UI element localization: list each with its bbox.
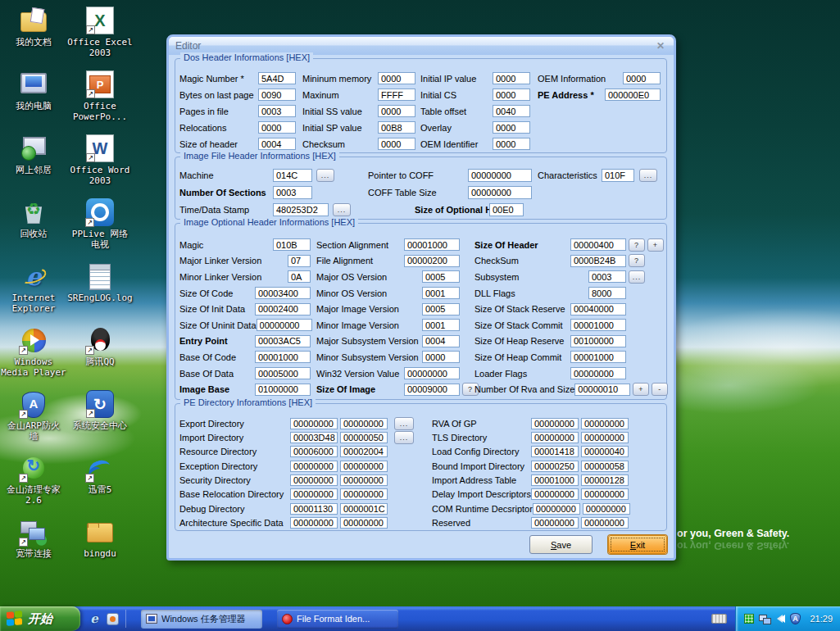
- hex-input[interactable]: [531, 418, 579, 429]
- hex-input[interactable]: [531, 432, 579, 443]
- field-action-button[interactable]: -: [652, 383, 668, 396]
- hex-input[interactable]: [290, 474, 338, 486]
- desktop-icon-cleaner[interactable]: ↗金山清理专家 2.6: [0, 451, 67, 515]
- hex-input[interactable]: [255, 287, 311, 299]
- hex-input[interactable]: [257, 319, 312, 331]
- desktop-icon-media-player[interactable]: ↗Windows Media Player: [0, 323, 67, 387]
- hex-input[interactable]: [378, 138, 415, 150]
- taskbar-task-file-format[interactable]: File Format Iden...: [277, 610, 398, 629]
- exit-button[interactable]: Exit: [608, 535, 667, 554]
- hex-input[interactable]: [570, 319, 626, 331]
- directory-more-button[interactable]: ...: [394, 431, 414, 444]
- save-button[interactable]: Save: [529, 535, 593, 554]
- hex-input[interactable]: [258, 138, 296, 150]
- hex-input[interactable]: [290, 517, 338, 529]
- hex-input[interactable]: [255, 351, 311, 363]
- tray-network-icon[interactable]: [759, 615, 770, 624]
- desktop-icon-broadband[interactable]: ↗宽带连接: [0, 515, 67, 579]
- hex-input[interactable]: [273, 203, 329, 216]
- hex-input[interactable]: [581, 432, 629, 443]
- hex-input[interactable]: [340, 488, 388, 500]
- hex-input[interactable]: [258, 121, 296, 134]
- field-action-button[interactable]: +: [633, 383, 649, 396]
- desktop-icon-word[interactable]: ↗Office Word 2003: [67, 131, 133, 195]
- hex-input[interactable]: [288, 255, 311, 267]
- hex-input[interactable]: [340, 418, 388, 429]
- hex-input[interactable]: [570, 335, 626, 347]
- input-method-keyboard-icon[interactable]: [711, 614, 727, 624]
- hex-input[interactable]: [340, 432, 388, 443]
- hex-input[interactable]: [378, 89, 415, 101]
- hex-input[interactable]: [404, 255, 460, 267]
- desktop-icon-my-documents[interactable]: 我的文档: [0, 3, 67, 67]
- hex-input[interactable]: [273, 238, 311, 251]
- hex-input[interactable]: [531, 446, 579, 457]
- hex-input[interactable]: [422, 335, 460, 347]
- hex-input[interactable]: [290, 503, 338, 515]
- hex-input[interactable]: [583, 503, 630, 515]
- desktop-icon-qq[interactable]: ↗腾讯QQ: [67, 323, 133, 387]
- desktop-icon-folder[interactable]: bingdu: [67, 515, 133, 579]
- hex-input[interactable]: [570, 351, 626, 363]
- hex-input[interactable]: [531, 488, 579, 500]
- hex-input[interactable]: [290, 461, 338, 472]
- hex-input[interactable]: [340, 461, 388, 472]
- hex-input[interactable]: [273, 186, 312, 199]
- tray-security-shield-icon[interactable]: A: [790, 613, 801, 624]
- hex-input[interactable]: [422, 319, 460, 331]
- field-action-button[interactable]: ?: [629, 254, 645, 267]
- hex-input[interactable]: [422, 351, 460, 363]
- hex-input[interactable]: [531, 517, 579, 529]
- desktop-icon-excel[interactable]: ↗Office Excel 2003: [67, 3, 133, 67]
- hex-input[interactable]: [574, 384, 630, 396]
- taskbar-clock[interactable]: 21:29: [810, 614, 840, 624]
- tray-volume-icon[interactable]: [775, 615, 785, 623]
- hex-input[interactable]: [588, 270, 626, 283]
- desktop-icon-network-places[interactable]: 网上邻居: [0, 131, 67, 195]
- hex-input[interactable]: [493, 105, 530, 117]
- taskbar-task-task-manager[interactable]: Windows 任务管理器: [141, 610, 262, 629]
- hex-input[interactable]: [422, 287, 460, 299]
- characteristics-more-button[interactable]: ...: [639, 169, 657, 182]
- timestamp-more-button[interactable]: ...: [333, 203, 351, 216]
- hex-input[interactable]: [493, 72, 530, 84]
- hex-input[interactable]: [404, 238, 460, 251]
- directory-more-button[interactable]: ...: [394, 417, 414, 430]
- tray-green-grid-icon[interactable]: [744, 614, 754, 624]
- hex-input[interactable]: [602, 169, 634, 182]
- hex-input[interactable]: [290, 446, 338, 457]
- hex-input[interactable]: [255, 384, 311, 396]
- hex-input[interactable]: [581, 488, 629, 500]
- hex-input[interactable]: [288, 270, 311, 283]
- hex-input[interactable]: [489, 203, 524, 216]
- desktop-icon-internet-explorer[interactable]: Internet Explorer: [0, 259, 67, 323]
- hex-input[interactable]: [340, 517, 388, 529]
- hex-input[interactable]: [378, 121, 415, 134]
- hex-input[interactable]: [581, 418, 629, 429]
- hex-input[interactable]: [581, 517, 629, 529]
- quick-launch-ie-icon[interactable]: [87, 611, 102, 626]
- hex-input[interactable]: [258, 105, 296, 117]
- hex-input[interactable]: [570, 238, 626, 251]
- hex-input[interactable]: [255, 367, 311, 379]
- hex-input[interactable]: [340, 474, 388, 486]
- hex-input[interactable]: [422, 270, 460, 283]
- hex-input[interactable]: [290, 418, 338, 429]
- desktop-icon-log-file[interactable]: SREngLOG.log: [67, 259, 133, 323]
- hex-input[interactable]: [581, 446, 629, 457]
- hex-input[interactable]: [570, 367, 626, 379]
- desktop-icon-my-computer[interactable]: 我的电脑: [0, 67, 67, 131]
- field-action-button[interactable]: ...: [629, 270, 645, 284]
- hex-input[interactable]: [581, 461, 629, 472]
- hex-input[interactable]: [493, 89, 530, 101]
- desktop-icon-arp-firewall[interactable]: ↗金山ARP防火 墙: [0, 387, 67, 451]
- desktop-icon-recycle-bin[interactable]: 回收站: [0, 195, 67, 259]
- hex-input[interactable]: [255, 303, 311, 316]
- hex-input[interactable]: [422, 303, 460, 316]
- hex-input[interactable]: [531, 474, 579, 486]
- hex-input[interactable]: [468, 169, 532, 182]
- hex-input[interactable]: [258, 72, 296, 84]
- desktop-icon-pplive[interactable]: ↗PPLive 网络 电视: [67, 195, 133, 259]
- quick-launch-icon-2[interactable]: [107, 613, 119, 625]
- hex-input[interactable]: [533, 503, 580, 515]
